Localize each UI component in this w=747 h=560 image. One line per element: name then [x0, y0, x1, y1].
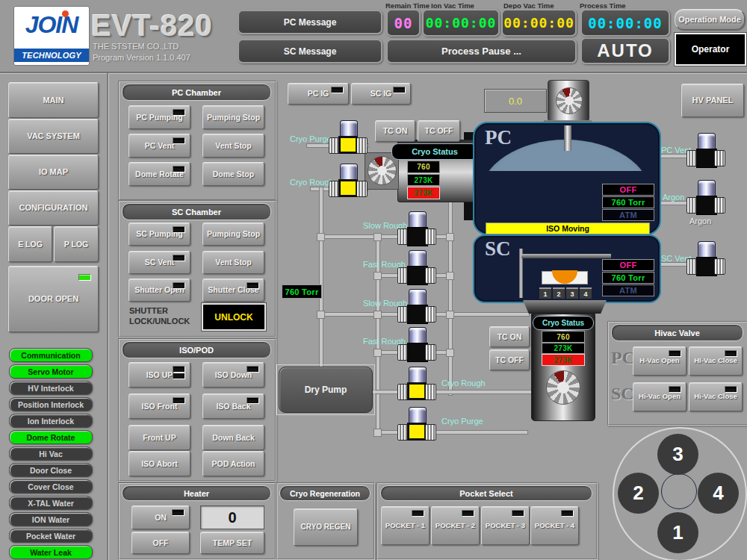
sidebar-item-main[interactable]: MAIN [8, 82, 99, 118]
cryo-rough-top-valve[interactable] [329, 179, 368, 199]
pocket-wheel-position-4[interactable]: 4 [698, 473, 739, 514]
dome-stop-button[interactable]: Dome Stop [202, 162, 264, 186]
iso-back-label: ISO Back [216, 402, 250, 411]
heater-on-button[interactable]: ON [131, 505, 190, 529]
process-time-display: 00:00:00 [580, 9, 670, 37]
pocket-3-button[interactable]: POCKET - 3 [481, 506, 530, 545]
operation-mode-button[interactable]: Operation Mode [675, 9, 745, 30]
vent-stop-button-pc[interactable]: Vent Stop [202, 134, 264, 158]
sc-ig-label: SC IG [371, 89, 392, 98]
sidebar-item-io-map[interactable]: IO MAP [8, 155, 99, 190]
pocket-wheel-position-1[interactable]: 1 [657, 512, 698, 553]
pod-action-button[interactable]: POD Action [202, 451, 264, 476]
status-dome-rotate: Dome Rotate [9, 430, 93, 444]
hv-panel-button[interactable]: HV PANEL [681, 84, 744, 117]
pocket-wheel-hub [661, 473, 697, 509]
pc-message-button[interactable]: PC Message [238, 10, 382, 34]
ion-vac-time-display: 00:00:00 [422, 9, 500, 37]
depo-vac-time-display: 00:00:00 [501, 9, 577, 37]
pocket-wheel-position-3[interactable]: 3 [657, 434, 698, 475]
status-ion-water: ION Water [9, 512, 93, 526]
sc-message-button[interactable]: SC Message [238, 39, 382, 63]
shutter-unlock-button[interactable]: UNLOCK [202, 303, 266, 331]
iso-up-button[interactable]: ISO UP [128, 362, 190, 388]
pumping-stop-button-sc[interactable]: Pumping Stop [202, 223, 264, 246]
iso-front-button[interactable]: ISO Front [128, 393, 190, 419]
pipe-node [446, 233, 454, 241]
pc-hivac-open-button[interactable]: H-Vac Open [633, 346, 686, 376]
valve-flange [714, 150, 725, 167]
sidebar-item-vac-system[interactable]: VAC SYSTEM [8, 119, 99, 154]
front-up-button[interactable]: Front UP [128, 425, 190, 450]
cryo-regen-button[interactable]: CRYO REGEN [294, 508, 358, 546]
pc-hivac-close-button[interactable]: HI-Vac Close [689, 346, 743, 376]
iso-back-button[interactable]: ISO Back [202, 393, 264, 419]
iso-up-led-icon [173, 366, 185, 379]
sc-cryo-status-title: Cryo Status [533, 316, 594, 330]
sc-hivac-open-button[interactable]: Hi-Vac Open [633, 382, 686, 411]
pocket-wheel-position-2[interactable]: 2 [618, 473, 659, 514]
cryo-purge-top-valve[interactable] [329, 136, 368, 155]
remain-time-display: 00 [386, 9, 421, 37]
pc-ig-button[interactable]: PC IG [288, 83, 349, 105]
pocket-tab-3: 3 [566, 287, 578, 299]
pocket-1-button[interactable]: POCKET - 1 [381, 506, 430, 545]
sc-pumping-button[interactable]: SC Pumping [128, 223, 190, 246]
e-log-button[interactable]: E LOG [8, 226, 52, 262]
fast-rough-2-valve[interactable] [397, 343, 436, 362]
slow-rough-2-valve[interactable] [397, 305, 436, 324]
heater-off-button[interactable]: OFF [131, 532, 190, 554]
sidebar-divider [107, 73, 108, 560]
iso-back-led-icon [247, 397, 259, 404]
pc-vent-valve[interactable] [686, 149, 725, 168]
iso-abort-button[interactable]: ISO Abort [128, 451, 190, 476]
dome-rotate-button[interactable]: Dome Rotate [128, 162, 190, 186]
shutter-open-button[interactable]: Shutter Open [128, 279, 190, 302]
fast-rough-1-valve[interactable] [397, 266, 436, 285]
p-log-button[interactable]: P LOG [54, 226, 99, 262]
iso-down-button[interactable]: ISO Down [202, 362, 264, 388]
sc-vent-button[interactable]: SC Vent [128, 251, 190, 274]
pc-hivac-close-led-icon [725, 350, 737, 357]
slow-rough-1-valve[interactable] [397, 227, 436, 246]
vent-stop-button-sc[interactable]: Vent Stop [202, 251, 264, 274]
pocket-4-label: POCKET - 4 [535, 522, 574, 530]
temp-set-button[interactable]: TEMP SET [200, 532, 264, 554]
sc-hivac-close-button[interactable]: Hi-Vac Close [689, 382, 743, 411]
valve-state [338, 136, 358, 154]
shutter-open-led-icon [173, 282, 185, 289]
pipe-node [446, 311, 454, 319]
shutter-close-button[interactable]: Shutter Close [202, 279, 264, 302]
pocket-select-title: Pocket Select [380, 485, 592, 501]
pipe-node [446, 272, 454, 280]
pocket-4-button[interactable]: POCKET - 4 [530, 506, 579, 545]
sidebar-item-configuration[interactable]: CONFIGURATION [8, 190, 99, 225]
pc-vent-button[interactable]: PC Vent [128, 134, 190, 158]
pocket-2-button[interactable]: POCKET - 2 [431, 506, 480, 545]
logo-banner: TECHNOLOGY [14, 49, 89, 62]
sc-vent-valve[interactable] [686, 257, 725, 276]
pc-ig-label: PC IG [308, 89, 329, 98]
down-back-button[interactable]: Down Back [202, 425, 264, 450]
pc-cryo-pressure-display: 760 [407, 161, 440, 173]
tc-on-button-pc[interactable]: TC ON [375, 120, 415, 142]
tc-off-button-sc[interactable]: TC OFF [489, 349, 530, 370]
pc-pumping-button[interactable]: PC Pumping [128, 105, 190, 129]
door-open-button[interactable]: DOOR OPEN [8, 266, 99, 332]
dry-pump-button[interactable]: Dry Pump [279, 367, 373, 413]
cryo-purge-bottom-valve[interactable] [397, 423, 436, 442]
cryo-rough-bottom-valve[interactable] [397, 382, 436, 402]
pc-chamber-panel-title: PC Chamber [122, 84, 271, 101]
dome-rotate-motor [548, 80, 589, 122]
tc-off-button-pc[interactable]: TC OFF [418, 120, 460, 142]
valve-state [407, 423, 427, 441]
auto-mode-display: AUTO [580, 37, 670, 64]
argon-valve[interactable] [686, 196, 725, 215]
pocket-3-led-icon [512, 510, 524, 517]
sc-hivac-close-label: Hi-Vac Close [694, 393, 737, 401]
door-open-led-icon [78, 274, 91, 281]
pumping-stop-button-pc[interactable]: Pumping Stop [202, 105, 264, 129]
valve-flange [714, 197, 725, 214]
sc-ig-button[interactable]: SC IG [351, 83, 411, 105]
tc-on-button-sc[interactable]: TC ON [489, 326, 530, 347]
